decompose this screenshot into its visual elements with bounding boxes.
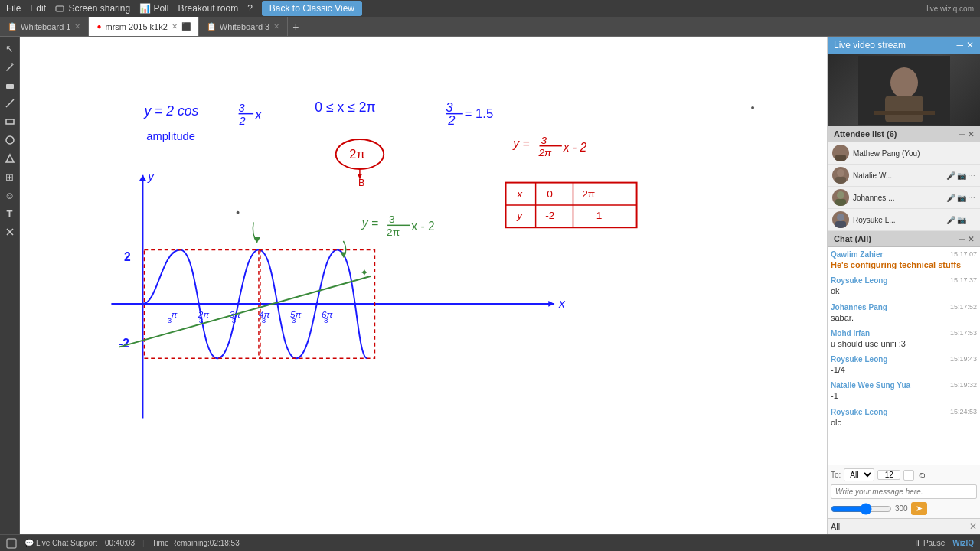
chat-time-7: 15:24:53 <box>950 408 977 416</box>
minimize-chat[interactable]: ─ <box>959 235 965 243</box>
roysuke-cam[interactable]: 📷 <box>957 216 966 224</box>
svg-text:y =: y = <box>512 137 529 150</box>
svg-rect-76 <box>835 177 846 184</box>
menu-edit[interactable]: Edit <box>30 3 46 14</box>
chat-text-1: He's configuring technical stuffs <box>831 259 977 270</box>
close-attendees[interactable]: ✕ <box>968 130 974 139</box>
close-live-video[interactable]: ✕ <box>966 40 974 51</box>
minimize-live-video[interactable]: ─ <box>956 40 963 51</box>
avatar-johannes <box>832 189 849 206</box>
svg-text:1: 1 <box>596 210 603 221</box>
attendee-name-roysuke: Roysuke L... <box>853 216 942 224</box>
tab-mrsm[interactable]: ● mrsm 2015 k1k2 ✕ ⬛ <box>89 17 198 36</box>
roysuke-mic[interactable]: 🎤 <box>946 216 956 224</box>
tab-close-mrsm[interactable]: ✕ <box>172 22 178 31</box>
roysuke-more[interactable]: ⋯ <box>968 216 975 224</box>
svg-rect-3 <box>6 119 14 124</box>
tool-circle[interactable] <box>2 132 18 148</box>
natalie-controls: 🎤 📷 ⋯ <box>946 171 975 180</box>
avatar-natalie <box>832 167 849 184</box>
status-remaining: Time Remaining:02:18:53 <box>152 539 240 547</box>
chat-message-2: Roysuke Leong 15:17:37 ok <box>831 276 977 296</box>
chat-messages: Qawlim Zahier 15:17:07 He's configuring … <box>828 247 980 465</box>
svg-text:= 1.5: = 1.5 <box>465 106 493 121</box>
attendee-title: Attendee list (6) <box>834 129 897 139</box>
menu-breakout[interactable]: Breakout room <box>178 3 238 14</box>
natalie-mic[interactable]: 🎤 <box>946 171 956 180</box>
close-chat[interactable]: ✕ <box>968 235 974 243</box>
menu-poll[interactable]: 📊 Poll <box>139 3 168 14</box>
attendee-section: Attendee list (6) ─ ✕ Mathew Pang (You) … <box>828 126 980 231</box>
natalie-cam[interactable]: 📷 <box>957 171 966 180</box>
svg-text:3: 3 <box>541 135 547 146</box>
tab-close-whiteboard1[interactable]: ✕ <box>74 22 80 31</box>
status-support[interactable]: 💬 Live Chat Support <box>24 539 97 547</box>
menu-file[interactable]: File <box>6 3 21 14</box>
right-panel: Live video stream ─ ✕ <box>827 37 980 534</box>
menu-help[interactable]: ? <box>247 3 253 14</box>
tab-whiteboard1[interactable]: 📋 Whiteboard 1 ✕ <box>0 17 89 36</box>
attendee-item-self: Mathew Pang (You) <box>828 142 980 165</box>
svg-rect-1 <box>6 84 14 89</box>
chat-sender-2: Roysuke Leong <box>831 276 887 285</box>
chat-message-6: Natalie Wee Sung Yua 15:19:32 -1 <box>831 381 977 401</box>
chat-to-select[interactable]: All <box>844 468 874 481</box>
status-canvas <box>6 538 17 549</box>
svg-text:2: 2 <box>239 115 246 127</box>
main-content: ↖ ⊞ ☺ T y = 2 cos 3 <box>0 37 980 534</box>
tool-text[interactable]: T <box>2 205 18 222</box>
pause-button[interactable]: ⏸ Pause <box>913 539 945 547</box>
tool-smiley[interactable]: ☺ <box>2 187 18 204</box>
chat-send-button[interactable]: ➤ <box>911 502 927 515</box>
svg-rect-0 <box>56 6 64 11</box>
svg-text:-2: -2 <box>119 337 129 350</box>
avatar-mathew <box>832 145 849 161</box>
svg-point-67 <box>751 106 754 109</box>
add-tab-button[interactable]: + <box>288 21 303 33</box>
tool-grid[interactable]: ⊞ <box>2 168 18 185</box>
attendee-name-natalie: Natalie W... <box>853 171 942 180</box>
johannes-more[interactable]: ⋯ <box>968 194 975 202</box>
chat-time-3: 15:17:52 <box>950 303 977 311</box>
svg-text:x: x <box>516 188 523 200</box>
johannes-mic[interactable]: 🎤 <box>946 194 956 202</box>
menu-screen-sharing[interactable]: Screen sharing <box>55 3 130 14</box>
svg-text:3: 3 <box>389 214 395 225</box>
svg-text:x: x <box>558 297 566 310</box>
video-placeholder <box>828 54 980 126</box>
tab-close-whiteboard3[interactable]: ✕ <box>273 22 279 31</box>
chat-all-close[interactable]: ✕ <box>969 521 977 532</box>
attendee-header: Attendee list (6) ─ ✕ <box>828 126 980 142</box>
chat-slider[interactable] <box>831 503 892 515</box>
chat-text-3: sabar. <box>831 312 977 323</box>
chat-time-4: 15:17:53 <box>950 329 977 337</box>
tool-triangle[interactable] <box>2 150 18 167</box>
svg-text:3: 3 <box>446 100 453 115</box>
tool-clear[interactable] <box>2 223 18 240</box>
tool-pen[interactable] <box>2 58 18 75</box>
tool-palette: ↖ ⊞ ☺ T <box>0 37 20 534</box>
remaining-label: Time Remaining:02:18:53 <box>152 539 240 547</box>
chat-time-6: 15:19:32 <box>950 381 977 390</box>
johannes-controls: 🎤 📷 ⋯ <box>946 194 975 202</box>
chat-color-picker[interactable] <box>903 470 914 481</box>
chat-emoji-button[interactable]: ☺ <box>917 470 926 481</box>
minimize-attendees[interactable]: ─ <box>959 130 965 139</box>
chat-font-size-input[interactable] <box>877 470 900 480</box>
chat-message-1: Qawlim Zahier 15:17:07 He's configuring … <box>831 250 977 270</box>
chat-message-3: Johannes Pang 15:17:52 sabar. <box>831 303 977 323</box>
svg-rect-74 <box>835 155 846 161</box>
johannes-cam[interactable]: 📷 <box>957 194 966 202</box>
chat-text-input[interactable] <box>831 484 977 499</box>
tool-rect[interactable] <box>2 113 18 130</box>
tool-eraser[interactable] <box>2 77 18 93</box>
chat-sender-1: Qawlim Zahier <box>831 250 883 259</box>
back-classic-button[interactable]: Back to Classic View <box>262 1 362 16</box>
whiteboard-canvas[interactable]: y = 2 cos 3 2 x amplitude 0 ≤ x ≤ 2π 3 2… <box>20 37 827 534</box>
tool-select[interactable]: ↖ <box>2 40 18 57</box>
roysuke-controls: 🎤 📷 ⋯ <box>946 216 975 224</box>
chat-text-4: u should use unifi :3 <box>831 338 977 349</box>
tool-line[interactable] <box>2 95 18 112</box>
tab-whiteboard3[interactable]: 📋 Whiteboard 3 ✕ <box>199 17 288 36</box>
natalie-more[interactable]: ⋯ <box>968 171 975 180</box>
